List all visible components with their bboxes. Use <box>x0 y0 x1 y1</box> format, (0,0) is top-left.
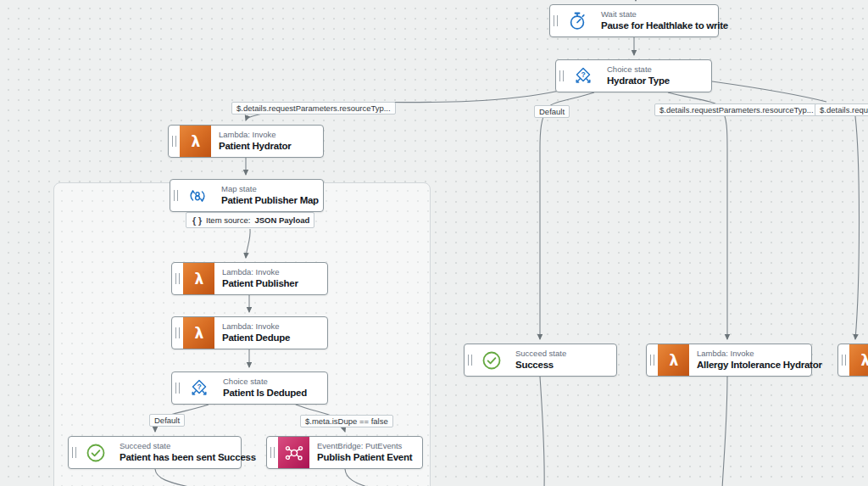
node-name: Success <box>515 359 566 371</box>
grip-bars-icon <box>554 15 558 26</box>
grip-bars-icon <box>174 190 178 201</box>
node-type-label: Choice state <box>607 64 670 75</box>
eventbridge-icon <box>278 437 309 468</box>
braces-icon: { } <box>192 215 202 226</box>
node-lambda-patient-dedupe[interactable]: λ Lambda: Invoke Patient Dedupe <box>171 316 328 349</box>
node-succeed-patient-sent[interactable]: Succeed state Patient has been sent Succ… <box>68 436 242 469</box>
edge-label-to-partial-node <box>855 116 860 339</box>
node-choice-hydrator-type[interactable]: ? Choice state Hydrator Type <box>555 59 712 92</box>
edge-success-down <box>540 377 544 486</box>
drag-handle[interactable] <box>170 180 181 211</box>
svg-text:λ: λ <box>194 325 203 342</box>
map-icon <box>181 180 214 211</box>
node-name: Patient Publisher Map <box>221 194 319 207</box>
node-name: Patient Dedupe <box>222 332 290 344</box>
node-lambda-partial-right[interactable]: λ <box>837 344 868 377</box>
node-type-label: Lambda: Invoke <box>222 321 290 332</box>
grip-bars-icon <box>72 447 76 458</box>
node-type-label: Map state <box>221 184 319 194</box>
node-type-label: Succeed state <box>515 349 566 359</box>
lambda-icon: λ <box>180 126 211 157</box>
succeed-check-icon <box>476 344 508 376</box>
node-name: Patient has been sent Success <box>120 451 256 464</box>
grip-bars-icon <box>559 70 564 81</box>
edge-choice-to-allergy <box>668 92 727 339</box>
node-type-label: Wait state <box>601 9 728 20</box>
node-type-label: Lambda: Invoke <box>219 130 291 140</box>
edge-label-resource-type-far-right[interactable]: $.details.request <box>815 103 868 116</box>
node-choice-patient-is-deduped[interactable]: ? Choice state Patient Is Deduped <box>171 371 328 405</box>
node-text: Lambda: Invoke Patient Dedupe <box>214 317 298 349</box>
grip-bars-icon <box>175 327 180 338</box>
svg-text:λ: λ <box>194 271 203 288</box>
edge-allergy-down <box>722 377 727 486</box>
drag-handle[interactable] <box>267 437 278 468</box>
edge-label-resource-type-right[interactable]: $.details.requestParameters.resourceTyp.… <box>654 103 819 116</box>
edge-choice-to-right-label <box>712 81 826 102</box>
choice-icon: ? <box>567 60 599 92</box>
drag-handle[interactable] <box>550 5 561 36</box>
lambda-icon: λ <box>183 317 214 349</box>
edge-label-resource-type-left[interactable]: $.details.requestParameters.resourceTyp.… <box>231 102 396 115</box>
node-text: EventBridge: PutEvents Publish Patient E… <box>309 437 420 468</box>
node-eventbridge-publish-patient-event[interactable]: EventBridge: PutEvents Publish Patient E… <box>266 436 423 469</box>
node-text: Succeed state Success <box>508 344 574 376</box>
drag-handle[interactable] <box>465 344 476 376</box>
lambda-icon: λ <box>849 344 868 376</box>
drag-handle[interactable] <box>647 344 658 376</box>
edge-label-isdupe-false[interactable]: $.meta.isDupe == false <box>300 415 393 427</box>
svg-text:λ: λ <box>191 133 200 150</box>
node-name: Allergy Intolerance Hydrator <box>697 359 822 371</box>
drag-handle[interactable] <box>172 317 183 349</box>
node-text: Map state Patient Publisher Map <box>214 180 326 211</box>
item-source-value: JSON Payload <box>254 215 309 225</box>
edge-choice-default-to-success <box>540 92 594 339</box>
node-text: Lambda: Invoke Allergy Intolerance Hydra… <box>689 344 830 376</box>
node-name: Patient Is Deduped <box>223 387 307 399</box>
item-source-prefix: Item source: <box>206 215 250 225</box>
drag-handle[interactable] <box>838 344 849 376</box>
node-map-patient-publisher-map[interactable]: Map state Patient Publisher Map <box>170 179 324 212</box>
node-name: Pause for Healthlake to write <box>601 20 728 32</box>
drag-handle[interactable] <box>556 60 567 92</box>
lambda-icon: λ <box>658 344 689 376</box>
node-lambda-patient-publisher[interactable]: λ Lambda: Invoke Patient Publisher <box>171 262 328 295</box>
drag-handle[interactable] <box>172 372 183 404</box>
grip-bars-icon <box>175 273 180 284</box>
node-lambda-patient-hydrator[interactable]: λ Lambda: Invoke Patient Hydrator <box>168 125 324 158</box>
grip-bars-icon <box>468 355 472 366</box>
grip-bars-icon <box>175 383 180 394</box>
node-wait-pause-for-healthlake[interactable]: Wait state Pause for Healthlake to write <box>549 4 719 37</box>
node-type-label: Lambda: Invoke <box>697 349 822 359</box>
node-text: Succeed state Patient has been sent Succ… <box>112 437 264 468</box>
node-type-label: EventBridge: PutEvents <box>317 441 412 451</box>
drag-handle[interactable] <box>169 126 180 157</box>
node-type-label: Lambda: Invoke <box>222 267 298 277</box>
node-text: Lambda: Invoke Patient Hydrator <box>211 126 298 157</box>
edge-label-default-top[interactable]: Default <box>534 105 570 118</box>
workflow-canvas[interactable]: $.details.requestParameters.resourceTyp.… <box>0 0 868 486</box>
grip-bars-icon <box>172 136 176 147</box>
node-name: Patient Hydrator <box>219 140 291 153</box>
node-text: Choice state Patient Is Deduped <box>215 372 314 404</box>
node-name: Patient Publisher <box>222 277 298 290</box>
svg-text:λ: λ <box>669 352 678 369</box>
node-type-label: Choice state <box>223 377 307 387</box>
node-name: Publish Patient Event <box>317 451 412 464</box>
grip-bars-icon <box>842 355 846 366</box>
drag-handle[interactable] <box>172 263 183 294</box>
choice-icon: ? <box>183 372 215 404</box>
grip-bars-icon <box>270 447 275 458</box>
edge-label-default-bottom[interactable]: Default <box>149 414 185 427</box>
node-name: Hydrator Type <box>607 75 670 87</box>
wait-clock-icon <box>561 5 593 36</box>
node-lambda-allergy-intolerance-hydrator[interactable]: λ Lambda: Invoke Allergy Intolerance Hyd… <box>646 344 812 377</box>
map-item-source-label[interactable]: { } Item source: JSON Payload <box>186 212 314 228</box>
svg-text:?: ? <box>197 382 201 390</box>
drag-handle[interactable] <box>69 437 80 468</box>
node-text: Lambda: Invoke Patient Publisher <box>214 263 306 294</box>
grip-bars-icon <box>650 355 654 366</box>
succeed-check-icon <box>80 437 112 468</box>
node-succeed-success[interactable]: Succeed state Success <box>464 344 617 377</box>
svg-text:λ: λ <box>860 352 868 369</box>
